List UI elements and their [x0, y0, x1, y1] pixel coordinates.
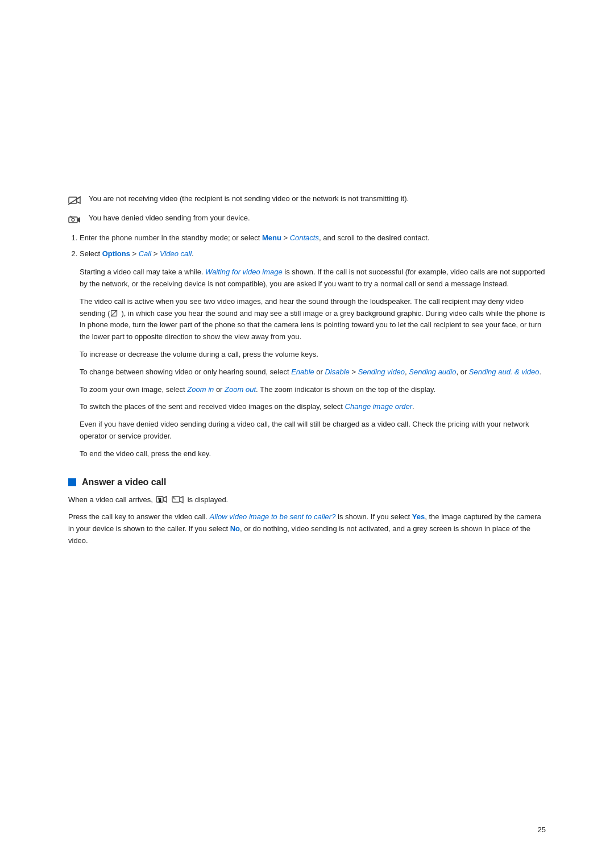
- instructions-list: Enter the phone number in the standby mo…: [80, 232, 546, 260]
- svg-rect-3: [69, 217, 77, 223]
- svg-point-5: [72, 218, 74, 221]
- para-volume: To increase or decrease the volume durin…: [80, 349, 546, 361]
- notice-not-receiving-video: You are not receiving video (the recipie…: [68, 193, 546, 207]
- sending-aud-video-link: Sending aud. & video: [469, 368, 540, 376]
- section-heading-answer-video-call: Answer a video call: [68, 477, 546, 487]
- notice-denied-video: You have denied video sending from your …: [68, 212, 546, 226]
- options-link: Options: [102, 249, 130, 258]
- sending-audio-link: Sending audio: [409, 368, 456, 376]
- svg-marker-13: [180, 496, 183, 503]
- notice-denied-video-text: You have denied video sending from your …: [89, 212, 250, 224]
- disable-link: Disable: [325, 368, 349, 376]
- para-video-arrives: When a video call arrives, 📱 is displaye…: [68, 494, 546, 506]
- step-2-text: Select Options > Call > Video call.: [80, 249, 194, 258]
- section-heading-text: Answer a video call: [82, 477, 167, 487]
- call-link: Call: [139, 249, 151, 258]
- sending-video-link: Sending video: [358, 368, 405, 376]
- para-enable-disable: To change between showing video or only …: [80, 366, 546, 378]
- camera-off-icon: [68, 213, 84, 226]
- zoom-in-link: Zoom in: [187, 385, 214, 394]
- para-video-call-active: The video call is active when you see tw…: [80, 296, 546, 343]
- contacts-link: Contacts: [290, 233, 319, 242]
- menu-link: Menu: [262, 233, 281, 242]
- waiting-for-video-link: Waiting for video image: [205, 268, 283, 276]
- svg-line-8: [111, 310, 117, 316]
- step-2: Select Options > Call > Video call.: [80, 248, 546, 260]
- step-1: Enter the phone number in the standby mo…: [80, 232, 546, 244]
- change-image-order-link: Change image order: [345, 402, 413, 411]
- para-switch-places: To switch the places of the sent and rec…: [80, 401, 546, 413]
- para-press-call-key: Press the call key to answer the video c…: [68, 511, 546, 546]
- no-link: No: [230, 524, 240, 533]
- yes-link: Yes: [412, 512, 425, 521]
- para-starting-video-call: Starting a video call may take a while. …: [80, 266, 546, 290]
- svg-text:📱: 📱: [157, 498, 163, 503]
- notice-not-receiving-video-text: You are not receiving video (the recipie…: [89, 193, 409, 205]
- video-call-link: Video call: [160, 249, 192, 258]
- para-zoom: To zoom your own image, select Zoom in o…: [80, 384, 546, 396]
- zoom-out-link: Zoom out: [225, 385, 256, 394]
- allow-video-image-link: Allow video image to be sent to caller?: [210, 512, 336, 521]
- para-charged: Even if you have denied video sending du…: [80, 419, 546, 443]
- step-1-text: Enter the phone number in the standby mo…: [80, 233, 429, 242]
- svg-marker-10: [163, 496, 167, 502]
- page-number: 25: [538, 825, 546, 834]
- heading-square-icon: [68, 478, 76, 486]
- para-end-call: To end the video call, press the end key…: [80, 448, 546, 460]
- enable-link: Enable: [291, 368, 314, 376]
- slash-video-icon: [68, 194, 84, 207]
